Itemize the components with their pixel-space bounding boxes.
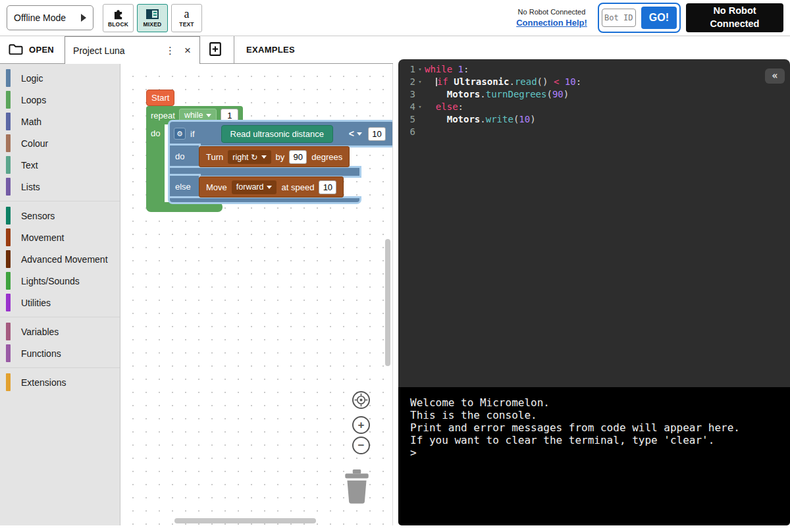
split-view-icon	[146, 8, 159, 20]
offline-mode-label: Offline Mode	[14, 13, 66, 23]
offline-mode-dropdown[interactable]: Offline Mode	[7, 5, 93, 30]
bot-id-input[interactable]	[602, 9, 636, 27]
zoom-in-button[interactable]: +	[352, 416, 370, 434]
top-toolbar: Offline Mode BLOCK MIXED a TEXT	[0, 0, 790, 36]
move-speed-field[interactable]: 10	[319, 180, 336, 194]
collapse-panel-button[interactable]: «	[765, 68, 785, 84]
code-token: write	[486, 114, 514, 124]
code-token	[425, 114, 447, 124]
code-token: turnDegrees	[486, 89, 547, 99]
file-tab-bar: OPEN Project Luna ⋮ × EXAMPLES	[0, 36, 393, 64]
toolbox-category-math[interactable]: Math	[0, 111, 120, 132]
do-label: do	[175, 151, 184, 161]
tab-close-icon[interactable]: ×	[182, 44, 194, 57]
mode-button-block[interactable]: BLOCK	[103, 4, 134, 32]
code-token: else	[436, 101, 458, 112]
toolbox-category-lists[interactable]: Lists	[0, 176, 120, 198]
category-color-strip	[6, 344, 11, 362]
project-tab[interactable]: Project Luna ⋮ ×	[65, 36, 200, 64]
category-label: Lights/Sounds	[21, 276, 80, 286]
fold-arrow-icon[interactable]: ▾	[415, 76, 425, 88]
toolbox-category-advanced-movement[interactable]: Advanced Movement	[0, 248, 120, 270]
mode-button-text[interactable]: a TEXT	[171, 4, 202, 32]
chevron-down-icon	[206, 114, 211, 117]
toolbox-category-logic[interactable]: Logic	[0, 67, 120, 89]
comparison-operator-dropdown[interactable]: <	[349, 128, 362, 139]
toolbox-group-divider	[0, 201, 120, 201]
toolbox-category-movement[interactable]: Movement	[0, 226, 120, 248]
move-block[interactable]: Move forward at speed 10	[199, 176, 344, 198]
mode-button-mixed[interactable]: MIXED	[137, 4, 168, 32]
toolbox-category-utilities[interactable]: Utilities	[0, 292, 120, 313]
if-do-section: do	[170, 146, 199, 168]
bot-connect-group: GO!	[598, 3, 681, 33]
examples-button[interactable]: EXAMPLES	[246, 45, 295, 55]
while-dropdown[interactable]: while	[179, 109, 217, 122]
code-token: read	[515, 76, 537, 87]
code-line[interactable]: 3 Motors.turnDegrees(90)	[398, 88, 790, 101]
mutator-gear-icon[interactable]: ⚙	[174, 128, 186, 140]
start-block[interactable]: Start	[146, 90, 174, 106]
new-project-button[interactable]	[208, 41, 223, 59]
code-token: 10	[565, 76, 576, 87]
line-number: 2	[398, 76, 415, 88]
toolbox-group-divider	[0, 317, 120, 317]
category-label: Sensors	[21, 211, 55, 221]
turn-degrees-field[interactable]: 90	[289, 150, 307, 164]
at-speed-label: at speed	[281, 182, 314, 192]
tab-menu-icon[interactable]: ⋮	[163, 45, 178, 57]
text-letter-icon: a	[184, 8, 190, 20]
console-output: Welcome to Micromelon.This is the consol…	[410, 396, 790, 459]
fold-spacer	[415, 88, 425, 101]
toolbox-category-variables[interactable]: Variables	[0, 321, 120, 342]
code-line[interactable]: 5 Motors.write(10)	[398, 113, 790, 126]
console-panel[interactable]: Welcome to Micromelon.This is the consol…	[398, 387, 790, 525]
trash-can[interactable]	[344, 469, 370, 506]
mode-button-label: TEXT	[179, 21, 194, 28]
toolbox-category-text[interactable]: Text	[0, 154, 120, 176]
open-label: OPEN	[29, 45, 54, 55]
fold-spacer	[415, 113, 425, 126]
code-line[interactable]: 6	[398, 126, 790, 138]
block-workspace[interactable]: Start repeat while 1 do ⚙	[120, 64, 393, 525]
code-lines: 1▾while 1:2▾ if Ultrasonic.read() < 10:3…	[398, 63, 790, 138]
toolbox-category-colour[interactable]: Colour	[0, 132, 120, 154]
horizontal-scrollbar[interactable]	[174, 518, 316, 523]
comparison-value-field[interactable]: 10	[368, 127, 386, 141]
tabbar-divider	[234, 36, 234, 64]
category-label: Functions	[21, 348, 61, 359]
go-button[interactable]: GO!	[641, 7, 677, 29]
fold-arrow-icon[interactable]: ▾	[415, 63, 425, 76]
code-line[interactable]: 4▾ else:	[398, 101, 790, 113]
turn-direction-dropdown[interactable]: right ↻	[228, 150, 271, 164]
new-file-icon	[208, 41, 223, 57]
code-token: 1	[458, 64, 463, 74]
toolbox-category-lights-sounds[interactable]: Lights/Sounds	[0, 270, 120, 292]
category-color-strip	[6, 250, 11, 268]
toolbox-category-loops[interactable]: Loops	[0, 89, 120, 111]
repeat-label: repeat	[151, 111, 175, 120]
repeat-block-foot	[146, 202, 223, 212]
fold-arrow-icon[interactable]: ▾	[415, 101, 425, 113]
vertical-scrollbar[interactable]	[385, 239, 390, 366]
if-else-block[interactable]: ⚙ if Read ultrasonic distance < 10	[170, 122, 393, 146]
connection-status-text: No Robot Connected	[518, 8, 586, 16]
zoom-out-button[interactable]: −	[352, 437, 370, 454]
trash-icon	[344, 469, 370, 504]
zoom-reset-button[interactable]	[352, 391, 370, 409]
open-button[interactable]: OPEN	[8, 42, 54, 58]
python-editor[interactable]: 1▾while 1:2▾ if Ultrasonic.read() < 10:3…	[398, 59, 790, 387]
ultrasonic-distance-block[interactable]: Read ultrasonic distance	[221, 125, 333, 143]
code-token	[425, 89, 447, 99]
turn-block[interactable]: Turn right ↻ by 90 degrees	[199, 146, 350, 167]
console-line: Welcome to Micromelon.	[410, 396, 790, 409]
code-line[interactable]: 1▾while 1:	[398, 63, 790, 76]
code-token: 10	[519, 114, 530, 124]
connection-help-link[interactable]: Connection Help!	[516, 18, 587, 28]
toolbox-category-extensions[interactable]: Extensions	[0, 371, 120, 393]
code-line[interactable]: 2▾ if Ultrasonic.read() < 10:	[398, 76, 790, 88]
toolbox-category-functions[interactable]: Functions	[0, 342, 120, 364]
toolbox-category-sensors[interactable]: Sensors	[0, 205, 120, 226]
repeat-count-field[interactable]: 1	[221, 109, 238, 122]
move-direction-dropdown[interactable]: forward	[232, 180, 277, 194]
